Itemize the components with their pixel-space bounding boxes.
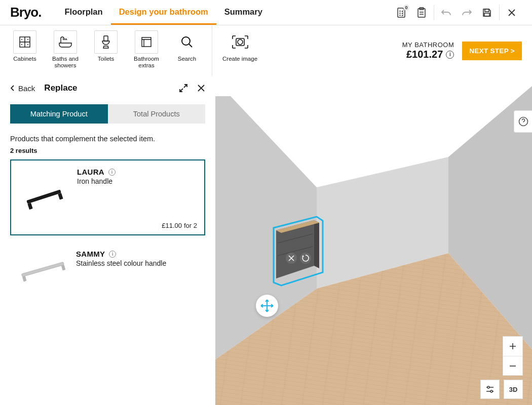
close-icon bbox=[197, 84, 205, 92]
3d-canvas[interactable]: 3D bbox=[215, 76, 532, 405]
logo: Bryo. bbox=[10, 5, 41, 20]
price-info-button[interactable]: i bbox=[446, 51, 454, 59]
product-card[interactable]: LAURA i Iron handle £11.00for 2 bbox=[10, 159, 205, 235]
header-separator-2 bbox=[499, 5, 500, 20]
sub-tabs: Matching Product Total Products bbox=[0, 104, 215, 124]
svg-rect-15 bbox=[61, 265, 66, 270]
next-step-button[interactable]: NEXT STEP > bbox=[462, 42, 522, 60]
project-name: MY BATHROOM bbox=[402, 41, 454, 49]
document-list-button[interactable]: 0 bbox=[391, 3, 411, 23]
side-panel: Back Replace Matching Product Total Prod… bbox=[0, 76, 215, 405]
sliders-icon bbox=[485, 385, 495, 393]
panel-description: Products that complement the selected it… bbox=[0, 124, 215, 147]
redo-button[interactable] bbox=[457, 3, 477, 23]
redo-icon bbox=[461, 9, 472, 17]
category-label: Toilets bbox=[98, 56, 115, 62]
towel-icon bbox=[140, 35, 153, 49]
category-label: Baths and showers bbox=[48, 56, 83, 69]
svg-point-32 bbox=[490, 390, 492, 392]
svg-rect-6 bbox=[142, 37, 151, 47]
svg-rect-14 bbox=[22, 276, 27, 281]
category-label: Cabinets bbox=[13, 56, 36, 62]
tab-matching[interactable]: Matching Product bbox=[10, 104, 108, 124]
undo-button[interactable] bbox=[436, 3, 457, 23]
project-info: MY BATHROOM £101.27 i bbox=[402, 41, 454, 60]
product-list: LAURA i Iron handle £11.00for 2 SAMMY bbox=[0, 159, 215, 298]
close-icon bbox=[507, 8, 516, 17]
chevron-left-icon bbox=[10, 85, 15, 92]
category-cabinets[interactable]: Cabinets bbox=[8, 30, 42, 76]
results-count: 2 results bbox=[0, 147, 215, 159]
category-baths[interactable]: Baths and showers bbox=[48, 30, 83, 76]
tab-summary[interactable]: Summary bbox=[216, 0, 271, 25]
minus-icon bbox=[509, 362, 516, 370]
product-thumb bbox=[10, 242, 76, 298]
create-image-button[interactable]: Create image bbox=[212, 25, 268, 76]
product-price: £11.00 bbox=[162, 222, 182, 229]
back-label: Back bbox=[18, 84, 35, 93]
expand-button[interactable] bbox=[179, 84, 188, 93]
tab-design[interactable]: Design your bathroom bbox=[111, 0, 216, 25]
help-button[interactable] bbox=[514, 110, 532, 133]
clipboard-icon bbox=[417, 7, 426, 18]
handle-black-icon bbox=[19, 185, 69, 210]
product-info-button[interactable]: i bbox=[108, 169, 116, 176]
panel-title: Replace bbox=[44, 83, 77, 93]
room-render bbox=[215, 76, 532, 405]
nav-tabs: Floorplan Design your bathroom Summary bbox=[56, 0, 270, 25]
product-info-button[interactable]: i bbox=[109, 251, 116, 258]
cabinet-icon bbox=[18, 35, 32, 49]
svg-point-8 bbox=[238, 39, 243, 45]
product-for: for 2 bbox=[184, 222, 197, 229]
svg-point-7 bbox=[182, 37, 190, 45]
save-button[interactable] bbox=[477, 3, 497, 23]
view-3d-button[interactable]: 3D bbox=[504, 380, 523, 399]
category-label: Search bbox=[178, 56, 196, 62]
svg-rect-5 bbox=[104, 36, 108, 41]
create-image-label: Create image bbox=[222, 56, 257, 62]
bath-icon bbox=[58, 36, 73, 48]
svg-rect-3 bbox=[484, 13, 489, 16]
category-extras[interactable]: Bathroom extras bbox=[129, 30, 164, 76]
move-handle[interactable] bbox=[256, 295, 278, 317]
svg-rect-11 bbox=[27, 203, 32, 210]
svg-rect-10 bbox=[26, 189, 61, 204]
svg-rect-12 bbox=[58, 193, 63, 200]
help-icon bbox=[518, 116, 528, 127]
category-row: Cabinets Baths and showers Toilets Bathr… bbox=[0, 25, 212, 76]
product-thumb bbox=[11, 160, 77, 234]
undo-icon bbox=[441, 9, 452, 17]
category-toilets[interactable]: Toilets bbox=[89, 30, 123, 76]
camera-icon bbox=[232, 35, 249, 49]
view-settings-button[interactable] bbox=[480, 380, 500, 399]
product-card[interactable]: SAMMY i Stainless steel colour handle bbox=[10, 242, 205, 298]
save-icon bbox=[482, 8, 492, 18]
svg-marker-24 bbox=[314, 220, 319, 268]
product-desc: Iron handle bbox=[77, 177, 197, 185]
clipboard-button[interactable] bbox=[411, 3, 432, 23]
move-icon bbox=[259, 298, 275, 313]
category-label: Bathroom extras bbox=[129, 56, 164, 69]
header-separator bbox=[434, 5, 434, 20]
product-desc: Stainless steel colour handle bbox=[76, 259, 198, 267]
toilet-icon bbox=[100, 35, 111, 49]
svg-rect-13 bbox=[21, 262, 64, 276]
product-name: LAURA bbox=[77, 168, 104, 176]
plus-icon bbox=[509, 343, 516, 350]
zoom-in-button[interactable] bbox=[503, 337, 522, 356]
back-button[interactable]: Back bbox=[10, 84, 35, 93]
zoom-out-button[interactable] bbox=[503, 356, 522, 375]
zoom-controls bbox=[503, 336, 523, 376]
product-name: SAMMY bbox=[76, 250, 105, 258]
close-panel-button[interactable] bbox=[197, 84, 205, 92]
category-search[interactable]: Search bbox=[170, 30, 204, 76]
product-footer: £11.00for 2 bbox=[162, 222, 197, 229]
document-badge: 0 bbox=[403, 5, 409, 11]
handle-steel-icon bbox=[15, 258, 71, 283]
tab-total[interactable]: Total Products bbox=[108, 104, 206, 124]
tab-floorplan[interactable]: Floorplan bbox=[56, 0, 110, 25]
expand-icon bbox=[179, 84, 188, 93]
search-icon bbox=[180, 35, 194, 49]
close-app-button[interactable] bbox=[502, 3, 522, 23]
svg-point-30 bbox=[300, 253, 311, 264]
